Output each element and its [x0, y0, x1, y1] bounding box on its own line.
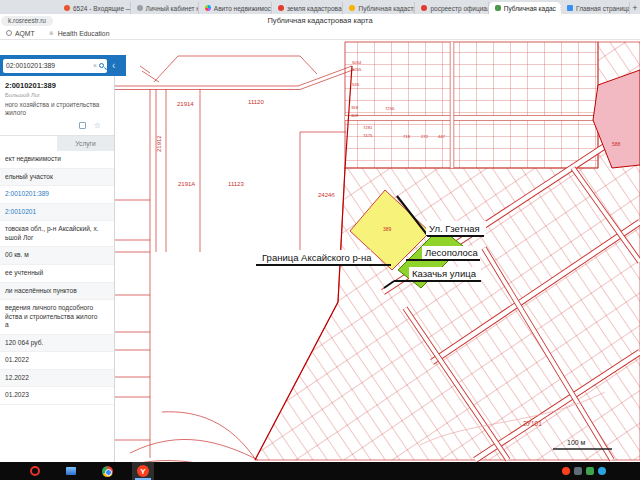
row-value: товская обл., р-н Аксайский, х.	[5, 225, 99, 232]
info-row: ее учтенный	[0, 265, 114, 283]
info-row: ведения личного подсобногойства и строит…	[0, 300, 114, 335]
collapse-panel-icon[interactable]: ‹	[112, 60, 115, 71]
cadastral-number-link[interactable]: 2:0010201:389	[5, 190, 49, 197]
bookmark-label: Health Education	[58, 30, 110, 37]
screen: 6524 - Входящие — Личный кабинет н Авито…	[0, 0, 640, 480]
info-row: ли населённых пунктов	[0, 283, 114, 301]
tab-label: Личный кабинет н	[146, 5, 199, 12]
parcel-number: 308	[351, 113, 359, 118]
tab-rosreestr[interactable]: росреестр официал	[415, 2, 488, 14]
globe-icon	[6, 30, 12, 36]
tab-label: Главная страница	[576, 5, 629, 12]
row-value: 120 064 руб.	[5, 339, 43, 346]
quarter-number-link[interactable]: 2:0010201	[5, 208, 36, 215]
area-select-icon[interactable]	[79, 122, 86, 129]
tab-pkk-active[interactable]: Публичная кадас×	[489, 2, 561, 14]
tab-zemlya[interactable]: земля кадастровая	[272, 2, 344, 14]
tab-services[interactable]: Услуги	[57, 136, 114, 151]
row-value: а	[5, 321, 9, 328]
info-row: 01.2023	[0, 387, 114, 405]
rosreestr-icon	[421, 5, 427, 11]
parcel-number: 358	[351, 105, 359, 110]
map-marker-icon	[278, 5, 284, 11]
parcel-number: 2191А	[178, 181, 195, 187]
parcel-number: 11120	[248, 99, 264, 105]
search-value: 02:0010201:389	[6, 62, 93, 69]
row-value: 01.2022	[5, 356, 29, 363]
pkk-icon	[495, 5, 501, 11]
selected-parcel-number: 389	[383, 226, 392, 232]
bookmark-favicon: ※	[49, 30, 55, 36]
files-icon[interactable]	[60, 462, 82, 480]
display-tray-icon[interactable]	[574, 467, 582, 475]
bookmark-aqmt[interactable]: AQMT	[6, 30, 35, 37]
tab-information[interactable]	[0, 136, 57, 151]
system-tray	[562, 467, 640, 475]
forest-label: Лесополоса	[425, 247, 479, 258]
app-tray-icon[interactable]	[586, 467, 594, 475]
info-row: 00 кв. м	[0, 247, 114, 265]
info-row: 2:0010201	[0, 204, 114, 222]
parcel-number: 588	[612, 141, 621, 147]
yandex-tray-icon[interactable]	[562, 467, 570, 475]
browser-tab-bar: 6524 - Входящие — Личный кабинет н Авито…	[0, 0, 640, 14]
info-row: 01.2022	[0, 352, 114, 370]
info-row: 120 064 руб.	[0, 335, 114, 353]
favorite-star-icon[interactable]: ☆	[94, 122, 101, 129]
parcel-number: ЗУ101	[523, 420, 542, 427]
info-row: товская обл., р-н Аксайский, х.ьшой Лог	[0, 221, 114, 247]
scale-label: 100 м	[567, 439, 586, 446]
tab-label: Авито недвижимост	[214, 5, 272, 12]
telegram-tray-icon[interactable]	[598, 467, 606, 475]
top-grid-area	[345, 42, 598, 168]
parcel-number: 11123	[228, 181, 244, 187]
page-title: Публичная кадастровая карта	[0, 16, 640, 25]
clear-search-icon[interactable]: ×	[93, 62, 97, 69]
tab-home[interactable]: Главная страница	[561, 2, 629, 14]
row-value: 12.2022	[5, 374, 29, 381]
street-label-1: Ул. Гзетная	[429, 223, 480, 234]
row-value: 00 кв. м	[5, 251, 29, 258]
bookmark-label: AQMT	[15, 30, 35, 37]
parcel-number: 718	[403, 134, 411, 139]
parcel-subtitle: Большой Лог	[5, 92, 109, 98]
tab-account[interactable]: Личный кабинет н	[131, 2, 199, 14]
opera-icon[interactable]	[24, 462, 46, 480]
info-row: ельный участок	[0, 169, 114, 187]
parcel-number: 7256	[385, 106, 395, 111]
panel-tabs: Услуги	[0, 135, 114, 151]
row-value: ведения личного подсобного	[5, 304, 93, 311]
mail-icon	[64, 5, 70, 11]
parcel-number: 7281	[363, 125, 373, 130]
parcel-number: 5055	[352, 67, 362, 72]
panel-rows: ект недвижимости ельный участок 2:001020…	[0, 151, 114, 405]
parcel-number: 447	[438, 134, 446, 139]
parcel-number: 21914	[177, 101, 194, 107]
tab-label: 6524 - Входящие —	[73, 5, 131, 12]
tab-label: Публичная кадас	[504, 5, 556, 12]
tab-avito[interactable]: Авито недвижимост	[199, 2, 272, 14]
map-search-bar: 02:0010201:389 × ‹	[0, 55, 126, 76]
tab-label: Публичная кадастр	[358, 5, 415, 12]
system-taskbar: Y	[0, 462, 640, 480]
row-value: йства и строительства жилого	[5, 313, 97, 320]
tab-mail[interactable]: 6524 - Входящие —	[58, 2, 131, 14]
search-input[interactable]: 02:0010201:389 ×	[3, 59, 107, 73]
chrome-icon[interactable]	[96, 462, 118, 480]
row-value: ект недвижимости	[5, 155, 61, 162]
tab-label: земля кадастровая	[287, 5, 344, 12]
parcel-description: ного хозяйства и строительства жилого	[5, 101, 109, 117]
parcel-number: 272	[421, 134, 429, 139]
row-value: ьшой Лог	[5, 234, 33, 241]
bookmarks-bar: AQMT ※Health Education	[0, 27, 640, 40]
yandex-browser-icon[interactable]: Y	[132, 462, 154, 480]
search-icon[interactable]	[99, 63, 104, 68]
tab-label: росреестр официал	[430, 5, 488, 12]
parcel-number: 7475	[363, 133, 373, 138]
bookmark-health[interactable]: ※Health Education	[49, 30, 110, 37]
new-tab-button[interactable]: +	[630, 2, 640, 14]
parcel-number: 21912	[156, 135, 162, 152]
panel-header: 2:0010201:389 Большой Лог ного хозяйства…	[0, 76, 114, 135]
tab-pkk-1[interactable]: Публичная кадастр	[343, 2, 415, 14]
parcel-number: 5054	[352, 60, 362, 65]
